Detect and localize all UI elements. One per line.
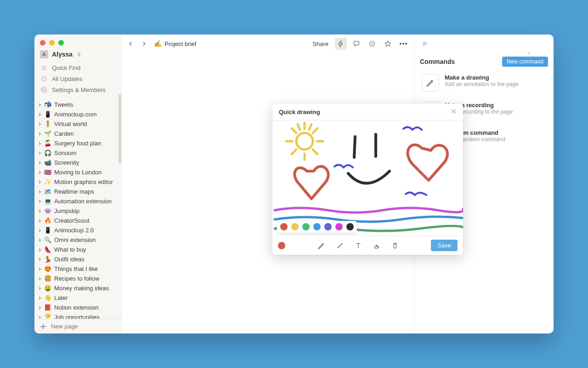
minimize-window-button[interactable] — [49, 40, 55, 46]
sidebar-page-item[interactable]: 📬 Tweets — [34, 100, 121, 109]
text-tool-button[interactable] — [354, 241, 363, 250]
page-item-emoji: 📱 — [44, 111, 51, 118]
chevron-right-icon — [39, 248, 41, 252]
color-swatch[interactable] — [324, 223, 332, 230]
updates-button[interactable] — [366, 38, 378, 50]
page-item-emoji: 🌱 — [44, 130, 51, 137]
sidebar-page-item[interactable]: 🧍 Virtual world — [34, 119, 121, 129]
chevron-right-icon — [39, 267, 41, 271]
page-item-emoji: 👋 — [44, 294, 51, 301]
svg-marker-5 — [385, 41, 390, 46]
pencil-tool-button[interactable] — [317, 241, 326, 250]
sidebar-page-item[interactable]: ✨ Motion graphics editor — [34, 177, 121, 187]
page-item-emoji: 🍔 — [44, 275, 51, 282]
chevron-right-icon — [39, 229, 41, 232]
sidebar-page-item[interactable]: 🔥 CreatorScout — [34, 216, 121, 225]
modal-close-button[interactable]: ✕ — [451, 108, 457, 115]
workspace-avatar: A — [40, 50, 48, 58]
current-color-indicator[interactable] — [278, 242, 285, 249]
command-item[interactable]: Make a drawing Add an annotation to the … — [420, 71, 548, 94]
line-tool-button[interactable] — [335, 241, 345, 250]
selector-icon — [76, 52, 82, 57]
sidebar-scrollbar[interactable] — [119, 94, 121, 163]
quick-drawing-modal: Quick drawing ✕ — [272, 104, 463, 255]
sidebar-page-item[interactable]: 🎧 Sonuum — [34, 148, 121, 158]
quick-find-link[interactable]: Quick Find — [34, 62, 121, 73]
breadcrumb[interactable]: ✍️ Project brief — [154, 40, 196, 47]
delete-tool-button[interactable] — [390, 241, 400, 250]
new-command-button[interactable]: New command — [502, 57, 548, 67]
sidebar-page-item[interactable]: 👠 What to buy — [34, 245, 121, 254]
more-button[interactable] — [397, 38, 409, 50]
page-item-label: Job opportunities — [54, 314, 100, 319]
sidebar-page-item[interactable]: 💃 Outfit ideas — [34, 254, 121, 264]
sidebar-page-item[interactable]: 📹 Screenity — [34, 158, 121, 167]
svg-line-14 — [292, 150, 296, 154]
nav-back-button[interactable] — [126, 39, 136, 48]
page-item-label: Jumpskip — [54, 207, 79, 214]
sidebar-page-item[interactable]: 🗺️ Realtime maps — [34, 187, 121, 196]
clock-icon — [40, 75, 47, 82]
sidebar-page-item[interactable]: 👋 Later — [34, 293, 121, 303]
sidebar-page-item[interactable]: 📱 Animockup 2.0 — [34, 225, 121, 235]
sidebar-page-item[interactable]: 🍒 Surgery food plan — [34, 138, 121, 148]
close-hint[interactable]: × — [527, 50, 531, 57]
page-list[interactable]: 📬 Tweets 📱 Animockup.com 🧍 Virtual world… — [34, 100, 121, 319]
sidebar-page-item[interactable]: 🍔 Recipes to follow — [34, 274, 121, 283]
gear-icon — [40, 86, 47, 93]
eraser-tool-button[interactable] — [372, 241, 381, 250]
share-button[interactable]: Share — [310, 39, 331, 49]
collapse-panel-button[interactable] — [420, 39, 429, 48]
color-swatch[interactable] — [313, 223, 321, 230]
plus-icon — [40, 323, 46, 330]
sidebar-page-item[interactable]: 🏆 Job opportunities — [34, 312, 121, 319]
page-item-emoji: 👠 — [44, 246, 51, 253]
page-item-emoji: 💃 — [44, 256, 51, 263]
sidebar-page-item[interactable]: 🔍 Omni extension — [34, 235, 121, 245]
sidebar-page-item[interactable]: 📕 Notion extension — [34, 303, 121, 312]
all-updates-label: All Updates — [52, 75, 82, 82]
page-item-label: Outfit ideas — [54, 256, 85, 263]
chevron-right-icon — [39, 200, 41, 203]
page-item-label: Things that I like — [54, 265, 98, 272]
drawing-canvas[interactable] — [272, 121, 463, 236]
page-item-emoji: 📬 — [44, 101, 51, 108]
page-item-label: Recipes to follow — [54, 275, 99, 282]
sidebar-page-item[interactable]: 🤑 Money making ideas — [34, 283, 121, 293]
color-swatch[interactable] — [302, 223, 310, 230]
page-item-emoji: 🤑 — [44, 285, 51, 292]
comments-button[interactable] — [351, 38, 362, 50]
sidebar-page-item[interactable]: 📱 Animockup.com — [34, 109, 121, 119]
svg-line-17 — [354, 137, 355, 157]
chevron-right-icon — [39, 238, 41, 242]
chevron-right-icon — [39, 277, 41, 281]
workspace-switcher[interactable]: A Alyssa — [34, 48, 121, 62]
sidebar-page-item[interactable]: 👾 Jumpskip — [34, 206, 121, 216]
maximize-window-button[interactable] — [58, 40, 64, 46]
page-item-label: Screenity — [54, 159, 79, 166]
color-swatch[interactable] — [291, 223, 299, 230]
quick-find-label: Quick Find — [52, 64, 80, 71]
color-swatch[interactable] — [280, 223, 288, 230]
sidebar-page-item[interactable]: 🌱 Carden — [34, 129, 121, 138]
sidebar-page-item[interactable]: 🇬🇧 Moving to London — [34, 167, 121, 177]
sidebar-page-item[interactable]: 😍 Things that I like — [34, 264, 121, 274]
save-button[interactable]: Save — [431, 240, 458, 251]
settings-link[interactable]: Settings & Members — [34, 84, 121, 95]
sidebar-page-item[interactable]: 💻 Automation extension — [34, 196, 121, 206]
new-page-button[interactable]: New page — [34, 319, 121, 334]
color-swatch[interactable] — [335, 223, 343, 230]
page-item-label: Notion extension — [54, 304, 99, 311]
close-window-button[interactable] — [40, 40, 45, 46]
commands-toggle-button[interactable] — [335, 38, 347, 50]
all-updates-link[interactable]: All Updates — [34, 73, 121, 84]
page-item-label: Omni extension — [54, 236, 96, 243]
nav-forward-button[interactable] — [139, 39, 148, 48]
color-swatch[interactable] — [346, 223, 354, 230]
color-palette — [277, 221, 357, 233]
favorite-button[interactable] — [382, 38, 394, 50]
page-item-emoji: ✨ — [44, 178, 51, 185]
chevron-right-icon — [39, 171, 41, 174]
chevron-right-icon — [39, 316, 41, 319]
more-icon — [400, 43, 407, 45]
